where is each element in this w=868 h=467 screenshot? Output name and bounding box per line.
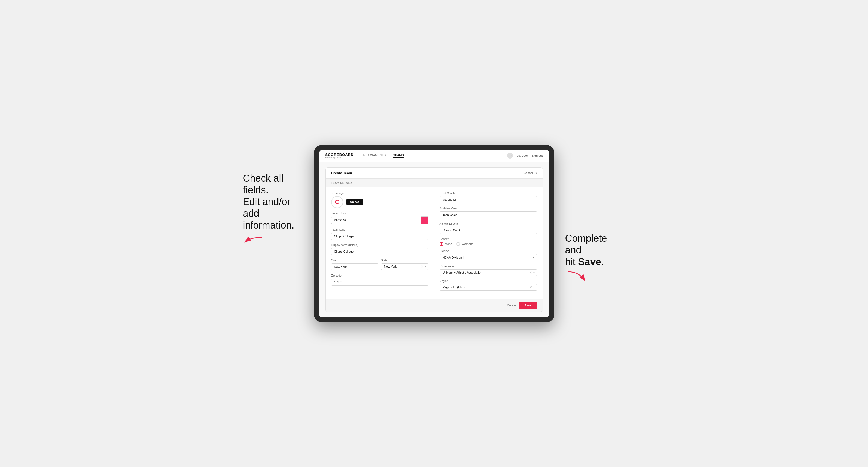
conference-chevron-icon: ▼: [533, 271, 535, 274]
cancel-button[interactable]: Cancel: [507, 304, 516, 307]
region-select[interactable]: Region II - (M) DIII ✕ ▼: [440, 284, 537, 290]
right-annotation: Complete and hit Save.: [565, 145, 625, 287]
left-arrow-icon: [243, 236, 265, 247]
head-coach-label: Head Coach: [440, 192, 537, 195]
region-clear-icon[interactable]: ✕: [529, 286, 532, 289]
conference-clear-icon[interactable]: ✕: [529, 271, 532, 274]
state-value: New York: [384, 265, 397, 268]
team-logo-field: Team logo C Upload: [331, 192, 428, 208]
state-label: State: [381, 259, 428, 262]
team-colour-field: Team colour: [331, 212, 428, 224]
save-button[interactable]: Save: [519, 302, 537, 309]
gender-field: Gender Mens Womens: [440, 238, 537, 246]
region-label: Region: [440, 280, 537, 283]
colour-row: [331, 216, 428, 224]
close-icon: ✕: [534, 171, 537, 175]
form-section-header: TEAM DETAILS: [326, 179, 542, 187]
form-title: Create Team: [331, 171, 352, 175]
logo-main: SCOREBOARD: [326, 153, 354, 156]
display-name-field: Display name (unique): [331, 244, 428, 255]
display-name-input[interactable]: [331, 248, 428, 255]
gender-radio-group: Mens Womens: [440, 242, 537, 246]
athletic-director-field: Athletic Director: [440, 222, 537, 234]
form-cancel-header[interactable]: Cancel ✕: [523, 171, 537, 175]
gender-mens-option[interactable]: Mens: [440, 242, 452, 246]
zip-input[interactable]: [331, 279, 428, 286]
region-field: Region Region II - (M) DIII ✕ ▼: [440, 280, 537, 290]
form-right: Head Coach Assistant Coach Athletic Dire…: [434, 187, 542, 299]
main-content: Create Team Cancel ✕ TEAM DETAILS: [319, 162, 549, 317]
conference-value: University Athletic Association: [443, 271, 483, 274]
gender-womens-radio[interactable]: [456, 242, 460, 246]
state-clear-icon[interactable]: ✕: [421, 265, 423, 268]
team-name-input[interactable]: [331, 233, 428, 240]
conference-select-controls: ✕ ▼: [529, 271, 535, 274]
gender-womens-label: Womens: [461, 242, 473, 246]
form-footer: Cancel Save: [326, 299, 542, 312]
form-left: Team logo C Upload Team colo: [326, 187, 434, 299]
form-header: Create Team Cancel ✕: [326, 168, 542, 179]
city-label: City: [331, 259, 378, 262]
city-state-field: City State New York ✕: [331, 259, 428, 270]
team-name-field: Team name: [331, 228, 428, 240]
state-group: State New York ✕ ▼: [381, 259, 428, 270]
gender-mens-label: Mens: [445, 242, 452, 246]
nav-user: Test User |: [515, 154, 529, 157]
logo-circle: C: [331, 196, 343, 208]
left-annotation: Check all fields. Edit and/or add inform…: [243, 145, 303, 250]
tablet-container: SCOREBOARD Powered by clippd TOURNAMENTS…: [314, 145, 554, 322]
conference-select[interactable]: University Athletic Association ✕ ▼: [440, 269, 537, 276]
nav-signout[interactable]: Sign out: [532, 154, 542, 157]
state-chevron-icon: ▼: [424, 265, 427, 268]
city-group: City: [331, 259, 378, 270]
zip-label: Zip code: [331, 274, 428, 277]
nav-right: TU Test User | Sign out: [507, 153, 543, 159]
display-name-label: Display name (unique): [331, 244, 428, 247]
form-body: Team logo C Upload Team colo: [326, 187, 542, 299]
nav-links: TOURNAMENTS TEAMS: [362, 154, 507, 158]
team-name-label: Team name: [331, 228, 428, 231]
conference-field: Conference University Athletic Associati…: [440, 265, 537, 276]
team-colour-input[interactable]: [331, 217, 421, 224]
division-label: Division: [440, 250, 537, 253]
division-field: Division NCAA Division III ▼: [440, 250, 537, 261]
nav-link-tournaments[interactable]: TOURNAMENTS: [362, 154, 385, 158]
team-colour-label: Team colour: [331, 212, 428, 215]
head-coach-input[interactable]: [440, 196, 537, 203]
upload-button[interactable]: Upload: [346, 199, 364, 205]
division-select[interactable]: NCAA Division III: [440, 254, 537, 261]
colour-swatch[interactable]: [421, 216, 428, 224]
region-value: Region II - (M) DIII: [443, 286, 467, 289]
nav-bar: SCOREBOARD Powered by clippd TOURNAMENTS…: [319, 150, 549, 162]
region-select-controls: ✕ ▼: [529, 286, 535, 289]
nav-logo: SCOREBOARD Powered by clippd: [326, 153, 354, 158]
logo-area: C Upload: [331, 196, 428, 208]
nav-link-teams[interactable]: TEAMS: [393, 154, 404, 158]
assistant-coach-field: Assistant Coach: [440, 207, 537, 218]
city-input[interactable]: [331, 263, 378, 270]
gender-mens-radio[interactable]: [440, 242, 443, 246]
logo-c-letter: C: [335, 198, 339, 206]
state-select[interactable]: New York ✕ ▼: [381, 263, 428, 270]
right-arrow-icon: [565, 270, 587, 284]
zip-field: Zip code: [331, 274, 428, 286]
conference-label: Conference: [440, 265, 537, 268]
assistant-coach-input[interactable]: [440, 211, 537, 218]
division-select-wrapper: NCAA Division III ▼: [440, 254, 537, 261]
athletic-director-label: Athletic Director: [440, 222, 537, 225]
athletic-director-input[interactable]: [440, 227, 537, 234]
assistant-coach-label: Assistant Coach: [440, 207, 537, 210]
head-coach-field: Head Coach: [440, 192, 537, 203]
nav-avatar: TU: [507, 153, 513, 159]
state-select-controls: ✕ ▼: [421, 265, 427, 268]
form-panel: Create Team Cancel ✕ TEAM DETAILS: [326, 167, 543, 312]
team-logo-label: Team logo: [331, 192, 428, 195]
gender-label: Gender: [440, 238, 537, 241]
region-chevron-icon: ▼: [533, 286, 535, 288]
tablet-screen: SCOREBOARD Powered by clippd TOURNAMENTS…: [319, 150, 549, 317]
gender-womens-option[interactable]: Womens: [456, 242, 473, 246]
city-state-row: City State New York ✕: [331, 259, 428, 270]
logo-sub: Powered by clippd: [326, 156, 354, 158]
